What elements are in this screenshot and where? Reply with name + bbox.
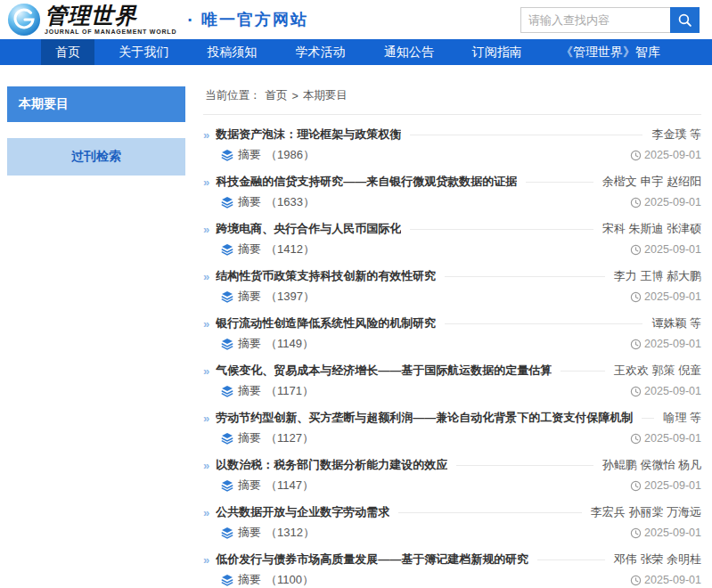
publish-date-text: 2025-09-01 — [644, 149, 701, 161]
abstract-link[interactable]: 摘要 （1986） — [221, 147, 315, 163]
sidebar-item-archive-search[interactable]: 过刊检索 — [7, 138, 185, 176]
nav-item-think-tank[interactable]: 《管理世界》智库 — [546, 39, 675, 65]
publish-date: 2025-09-01 — [630, 149, 701, 161]
abstract-link[interactable]: 摘要 （1147） — [221, 478, 314, 494]
clock-icon — [630, 291, 642, 303]
publish-date: 2025-09-01 — [630, 432, 701, 445]
breadcrumb: 当前位置： 首页 > 本期要目 — [203, 86, 701, 115]
abstract-link[interactable]: 摘要 （1312） — [221, 525, 315, 541]
abstract-label: 摘要 — [238, 194, 261, 210]
publish-date: 2025-09-01 — [630, 290, 701, 303]
layers-icon — [221, 243, 233, 256]
article-title-link[interactable]: 公共数据开放与企业数字劳动需求 — [216, 504, 389, 520]
abstract-view-count: （1127） — [266, 430, 314, 446]
abstract-view-count: （1171） — [266, 383, 314, 399]
breadcrumb-separator: > — [292, 90, 299, 102]
layers-icon — [221, 338, 233, 350]
nav-item-submission[interactable]: 投稿须知 — [192, 39, 271, 65]
chevron-right-icon: » — [203, 176, 209, 188]
publish-date: 2025-09-01 — [630, 196, 701, 208]
clock-icon — [630, 575, 642, 586]
article-title-row: » 跨境电商、央行合作与人民币国际化 宋科 朱斯迪 张津硕 — [203, 220, 701, 238]
article-title-row: » 公共数据开放与企业数字劳动需求 李宏兵 孙丽棠 万海远 — [203, 503, 701, 521]
article-title-link[interactable]: 跨境电商、央行合作与人民币国际化 — [216, 221, 401, 237]
article-authors: 李力 王博 郝大鹏 — [614, 268, 701, 284]
article-title-link[interactable]: 以数治税：税务部门数据分析能力建设的效应 — [216, 457, 447, 473]
clock-icon — [630, 197, 642, 208]
article-title-link[interactable]: 银行流动性创造降低系统性风险的机制研究 — [216, 315, 436, 331]
article-title-link[interactable]: 科技金融的信贷支持研究——来自银行微观贷款数据的证据 — [216, 174, 517, 190]
article-item: » 结构性货币政策支持科技创新的有效性研究 李力 王博 郝大鹏 摘 — [203, 267, 701, 306]
layers-icon — [221, 432, 233, 445]
chevron-right-icon: » — [203, 318, 209, 330]
abstract-link[interactable]: 摘要 （1633） — [221, 194, 315, 210]
sidebar-item-current-issue[interactable]: 本期要目 — [7, 86, 185, 122]
publish-date: 2025-09-01 — [630, 479, 701, 492]
article-meta-row: 摘要 （1412） 2025-09-01 — [203, 241, 701, 258]
abstract-label: 摘要 — [238, 525, 261, 541]
sidebar: 本期要目 过刊检索 — [7, 86, 185, 588]
article-item: » 公共数据开放与企业数字劳动需求 李宏兵 孙丽棠 万海远 摘要 — [203, 503, 701, 542]
content-area: 本期要目 过刊检索 当前位置： 首页 > 本期要目 » 数据资产泡沫：理论框架与… — [0, 65, 712, 588]
search-button[interactable] — [670, 7, 700, 33]
article-title-row: » 科技金融的信贷支持研究——来自银行微观贷款数据的证据 余楷文 申宇 赵绍阳 — [203, 173, 701, 191]
article-title-row: » 气候变化、贸易成本与经济增长——基于国际航运数据的定量估算 王欢欢 郭策 倪… — [203, 362, 701, 380]
chevron-right-icon: » — [203, 507, 209, 519]
nav-item-home[interactable]: 首页 — [41, 39, 94, 65]
nav-item-academic-activities[interactable]: 学术活动 — [281, 39, 359, 65]
publish-date-text: 2025-09-01 — [644, 290, 701, 303]
abstract-link[interactable]: 摘要 （1127） — [221, 430, 314, 446]
main-panel: 当前位置： 首页 > 本期要目 » 数据资产泡沫：理论框架与政策权衡 李金璞 等 — [203, 86, 701, 588]
article-title-row: » 劳动节约型创新、买方垄断与超额利润——兼论自动化背景下的工资支付保障机制 喻… — [203, 409, 701, 427]
abstract-link[interactable]: 摘要 （1100） — [221, 572, 314, 588]
article-authors: 李宏兵 孙丽棠 万海远 — [591, 504, 701, 520]
site-logo[interactable]: 管理世界 JOURNAL OF MANAGEMENT WORLD — [7, 3, 176, 37]
abstract-view-count: （1412） — [266, 241, 315, 257]
article-meta-row: 摘要 （1986） 2025-09-01 — [203, 146, 701, 164]
brand-subtitle: JOURNAL OF MANAGEMENT WORLD — [45, 29, 176, 35]
article-authors: 余楷文 申宇 赵绍阳 — [602, 174, 701, 190]
nav-item-subscription[interactable]: 订阅指南 — [458, 39, 536, 65]
article-meta-row: 摘要 （1100） 2025-09-01 — [203, 571, 701, 588]
article-item: » 跨境电商、央行合作与人民币国际化 宋科 朱斯迪 张津硕 摘要 — [203, 220, 701, 258]
publish-date-text: 2025-09-01 — [644, 479, 701, 492]
article-title-link[interactable]: 数据资产泡沫：理论框架与政策权衡 — [216, 127, 401, 143]
article-title-row: » 结构性货币政策支持科技创新的有效性研究 李力 王博 郝大鹏 — [203, 267, 701, 285]
clock-icon — [630, 244, 642, 256]
article-authors: 谭姝颖 等 — [651, 315, 701, 331]
article-authors: 孙鲲鹏 侯微怡 杨凡 — [602, 457, 701, 473]
nav-item-announcements[interactable]: 通知公告 — [370, 39, 448, 65]
layers-icon — [221, 574, 233, 586]
abstract-link[interactable]: 摘要 （1149） — [221, 336, 314, 352]
breadcrumb-home-link[interactable]: 首页 — [266, 88, 288, 103]
abstract-link[interactable]: 摘要 （1397） — [221, 289, 315, 305]
site-header: 管理世界 JOURNAL OF MANAGEMENT WORLD · 唯一官方网… — [0, 0, 712, 39]
article-title-row: » 银行流动性创造降低系统性风险的机制研究 谭姝颖 等 — [203, 314, 701, 332]
article-title-link[interactable]: 劳动节约型创新、买方垄断与超额利润——兼论自动化背景下的工资支付保障机制 — [216, 410, 633, 426]
nav-item-about[interactable]: 关于我们 — [104, 39, 183, 65]
brand-text: 管理世界 JOURNAL OF MANAGEMENT WORLD — [45, 4, 176, 35]
chevron-right-icon: » — [203, 365, 209, 377]
search-input[interactable] — [520, 7, 670, 33]
abstract-view-count: （1100） — [266, 572, 314, 588]
publish-date-text: 2025-09-01 — [644, 432, 701, 445]
abstract-link[interactable]: 摘要 （1412） — [221, 241, 315, 257]
chevron-right-icon: » — [203, 412, 209, 424]
article-meta-row: 摘要 （1149） 2025-09-01 — [203, 335, 701, 353]
article-title-link[interactable]: 低价发行与债券市场高质量发展——基于簿记建档新规的研究 — [216, 551, 528, 568]
abstract-link[interactable]: 摘要 （1171） — [221, 383, 314, 399]
article-title-link[interactable]: 结构性货币政策支持科技创新的有效性研究 — [216, 268, 436, 284]
publish-date: 2025-09-01 — [630, 385, 701, 397]
article-item: » 以数治税：税务部门数据分析能力建设的效应 孙鲲鹏 侯微怡 杨凡 — [203, 456, 701, 494]
journal-logo-icon — [7, 3, 41, 37]
publish-date: 2025-09-01 — [630, 574, 701, 586]
article-authors: 宋科 朱斯迪 张津硕 — [602, 221, 701, 237]
article-meta-row: 摘要 （1171） 2025-09-01 — [203, 382, 701, 400]
breadcrumb-label: 当前位置： — [205, 88, 261, 103]
publish-date: 2025-09-01 — [630, 338, 701, 350]
article-title-link[interactable]: 气候变化、贸易成本与经济增长——基于国际航运数据的定量估算 — [216, 363, 552, 379]
leader-divider — [537, 559, 605, 560]
abstract-view-count: （1633） — [266, 194, 315, 210]
clock-icon — [630, 339, 642, 350]
abstract-label: 摘要 — [238, 147, 261, 163]
